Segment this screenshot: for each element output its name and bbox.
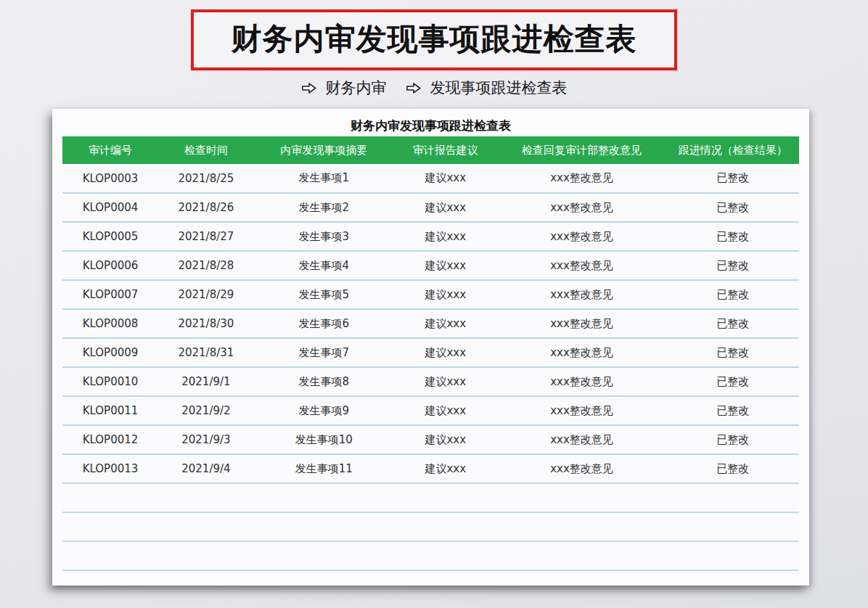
page-title-banner: 财务内审发现事项跟进检查表 bbox=[191, 9, 677, 70]
table-cell: 已整改 bbox=[666, 454, 799, 483]
table-row[interactable]: KLOP00092021/8/31发生事项7建议xxxxxx整改意见已整改 bbox=[62, 338, 799, 367]
arrow-right-icon bbox=[301, 81, 317, 95]
breadcrumb-item-finance-audit[interactable]: 财务内审 bbox=[301, 78, 387, 98]
table-title: 财务内审发现事项跟进检查表 bbox=[62, 109, 799, 136]
table-row[interactable]: KLOP00132021/9/4发生事项11建议xxxxxx整改意见已整改 bbox=[62, 454, 799, 483]
table-cell: KLOP0007 bbox=[62, 280, 158, 309]
empty-table-cell bbox=[497, 512, 666, 541]
empty-table-cell bbox=[62, 483, 158, 512]
table-row[interactable]: KLOP00042021/8/26发生事项2建议xxxxxx整改意见已整改 bbox=[62, 193, 799, 222]
empty-table-cell bbox=[394, 541, 497, 570]
table-cell: KLOP0008 bbox=[62, 309, 158, 338]
breadcrumb: 财务内审 发现事项跟进检查表 bbox=[0, 77, 868, 99]
empty-table-cell bbox=[158, 512, 254, 541]
table-row[interactable]: KLOP00032021/8/25发生事项1建议xxxxxx整改意见已整改 bbox=[62, 164, 799, 193]
table-cell: 已整改 bbox=[666, 309, 799, 338]
table-cell: xxx整改意见 bbox=[497, 222, 666, 251]
table-row[interactable]: KLOP00072021/8/29发生事项5建议xxxxxx整改意见已整改 bbox=[62, 280, 799, 309]
table-cell: KLOP0006 bbox=[62, 251, 158, 280]
table-cell: 建议xxx bbox=[394, 425, 497, 454]
table-cell: 2021/8/26 bbox=[158, 193, 254, 222]
table-cell: xxx整改意见 bbox=[497, 338, 666, 367]
table-cell: 2021/8/30 bbox=[158, 309, 254, 338]
table-cell: 建议xxx bbox=[394, 193, 497, 222]
table-cell: 2021/8/31 bbox=[158, 338, 254, 367]
table-cell: 已整改 bbox=[666, 193, 799, 222]
table-row[interactable]: KLOP00112021/9/2发生事项9建议xxxxxx整改意见已整改 bbox=[62, 396, 799, 425]
table-cell: 发生事项8 bbox=[254, 367, 394, 396]
table-cell: 建议xxx bbox=[394, 222, 497, 251]
column-header: 跟进情况（检查结果） bbox=[666, 136, 799, 164]
table-body: KLOP00032021/8/25发生事项1建议xxxxxx整改意见已整改KLO… bbox=[62, 164, 799, 570]
table-row[interactable]: KLOP00082021/8/30发生事项6建议xxxxxx整改意见已整改 bbox=[62, 309, 799, 338]
breadcrumb-item-label: 财务内审 bbox=[326, 78, 387, 98]
table-cell: 已整改 bbox=[666, 280, 799, 309]
table-cell: 2021/9/4 bbox=[158, 454, 254, 483]
table-cell: 建议xxx bbox=[394, 309, 497, 338]
table-cell: 发生事项9 bbox=[254, 396, 394, 425]
table-cell: xxx整改意见 bbox=[497, 309, 666, 338]
table-cell: 已整改 bbox=[666, 222, 799, 251]
empty-table-cell bbox=[254, 512, 394, 541]
table-cell: 已整改 bbox=[666, 164, 799, 193]
table-row[interactable]: KLOP00122021/9/3发生事项10建议xxxxxx整改意见已整改 bbox=[62, 425, 799, 454]
table-cell: xxx整改意见 bbox=[497, 280, 666, 309]
table-cell: 已整改 bbox=[666, 338, 799, 367]
table-cell: 2021/9/3 bbox=[158, 425, 254, 454]
table-cell: KLOP0012 bbox=[62, 425, 158, 454]
table-header: 审计编号检查时间内审发现事项摘要审计报告建议检查回复审计部整改意见跟进情况（检查… bbox=[62, 136, 799, 164]
table-cell: 2021/8/25 bbox=[158, 164, 254, 193]
table-cell: 2021/8/27 bbox=[158, 222, 254, 251]
table-cell: 2021/8/29 bbox=[158, 280, 254, 309]
table-header-row: 审计编号检查时间内审发现事项摘要审计报告建议检查回复审计部整改意见跟进情况（检查… bbox=[62, 136, 799, 164]
empty-table-cell bbox=[158, 483, 254, 512]
table-row[interactable]: KLOP00102021/9/1发生事项8建议xxxxxx整改意见已整改 bbox=[62, 367, 799, 396]
column-header: 检查回复审计部整改意见 bbox=[497, 136, 666, 164]
empty-table-cell bbox=[254, 483, 394, 512]
table-cell: 2021/9/1 bbox=[158, 367, 254, 396]
table-cell: 2021/8/28 bbox=[158, 251, 254, 280]
empty-table-cell bbox=[254, 541, 394, 570]
table-cell: KLOP0005 bbox=[62, 222, 158, 251]
table-cell: KLOP0010 bbox=[62, 367, 158, 396]
empty-table-cell bbox=[394, 512, 497, 541]
table-row[interactable]: KLOP00052021/8/27发生事项3建议xxxxxx整改意见已整改 bbox=[62, 222, 799, 251]
table-card: 财务内审发现事项跟进检查表 审计编号检查时间内审发现事项摘要审计报告建议检查回复… bbox=[52, 109, 809, 586]
table-cell: 发生事项11 bbox=[254, 454, 394, 483]
empty-table-cell bbox=[497, 483, 666, 512]
empty-table-cell bbox=[666, 483, 799, 512]
column-header: 内审发现事项摘要 bbox=[254, 136, 394, 164]
table-cell: 2021/9/2 bbox=[158, 396, 254, 425]
empty-table-cell bbox=[666, 512, 799, 541]
table-cell: KLOP0009 bbox=[62, 338, 158, 367]
table-cell: 建议xxx bbox=[394, 367, 497, 396]
table-cell: 已整改 bbox=[666, 425, 799, 454]
table-cell: xxx整改意见 bbox=[497, 367, 666, 396]
table-cell: KLOP0013 bbox=[62, 454, 158, 483]
table-cell: 发生事项5 bbox=[254, 280, 394, 309]
column-header: 审计编号 bbox=[62, 136, 158, 164]
empty-table-cell bbox=[158, 541, 254, 570]
table-row[interactable]: KLOP00062021/8/28发生事项4建议xxxxxx整改意见已整改 bbox=[62, 251, 799, 280]
table-cell: 发生事项3 bbox=[254, 222, 394, 251]
table-cell: xxx整改意见 bbox=[497, 396, 666, 425]
table-cell: 建议xxx bbox=[394, 338, 497, 367]
table-cell: 建议xxx bbox=[394, 164, 497, 193]
empty-table-cell bbox=[394, 483, 497, 512]
table-cell: 建议xxx bbox=[394, 251, 497, 280]
table-cell: xxx整改意见 bbox=[497, 164, 666, 193]
table-cell: xxx整改意见 bbox=[497, 425, 666, 454]
table-cell: xxx整改意见 bbox=[497, 251, 666, 280]
table-cell: xxx整改意见 bbox=[497, 454, 666, 483]
column-header: 检查时间 bbox=[158, 136, 254, 164]
table-cell: KLOP0011 bbox=[62, 396, 158, 425]
arrow-right-icon bbox=[406, 81, 422, 95]
table-cell: 已整改 bbox=[666, 367, 799, 396]
empty-table-cell bbox=[666, 541, 799, 570]
breadcrumb-item-followup-checklist[interactable]: 发现事项跟进检查表 bbox=[406, 78, 568, 98]
table-cell: xxx整改意见 bbox=[497, 193, 666, 222]
empty-table-cell bbox=[497, 541, 666, 570]
table-cell: 已整改 bbox=[666, 251, 799, 280]
table-cell: 发生事项4 bbox=[254, 251, 394, 280]
breadcrumb-item-label: 发现事项跟进检查表 bbox=[430, 78, 568, 98]
